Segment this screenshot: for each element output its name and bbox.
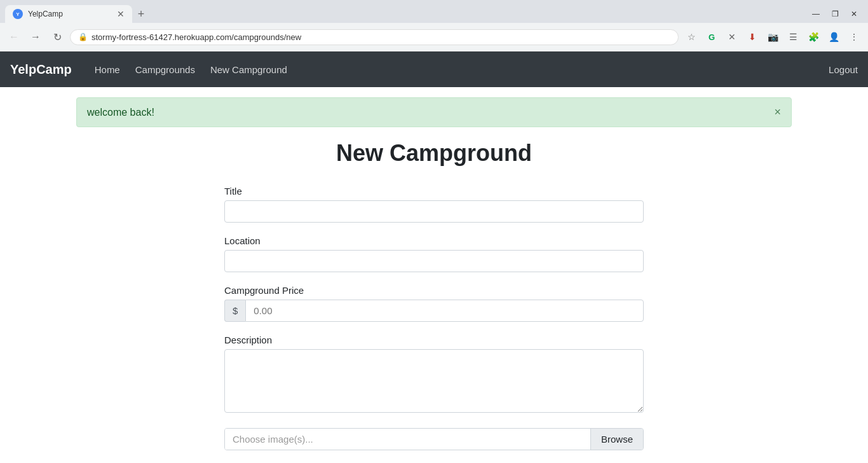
profile-button[interactable]: 👤 xyxy=(825,28,843,46)
url-text: stormy-fortress-61427.herokuapp.com/camp… xyxy=(92,32,670,42)
description-group: Description xyxy=(224,335,644,415)
nav-home[interactable]: Home xyxy=(87,59,128,80)
maximize-button[interactable]: ❐ xyxy=(826,5,844,23)
title-group: Title xyxy=(224,186,644,223)
tab-bar: Y YelpCamp ✕ + — ❐ ✕ xyxy=(0,0,868,23)
file-browse-button[interactable]: Browse xyxy=(590,429,643,450)
location-label: Location xyxy=(224,235,644,246)
tab-title: YelpCamp xyxy=(28,10,63,18)
navbar-brand[interactable]: YelpCamp xyxy=(10,62,72,77)
title-input[interactable] xyxy=(224,200,644,223)
tab-close-button[interactable]: ✕ xyxy=(117,9,125,19)
logout-link[interactable]: Logout xyxy=(829,64,858,75)
price-label: Campground Price xyxy=(224,285,644,296)
forward-button[interactable]: → xyxy=(27,28,44,46)
extensions-button[interactable]: 🧩 xyxy=(804,28,822,46)
price-input[interactable] xyxy=(245,300,644,322)
close-button[interactable]: ✕ xyxy=(845,5,863,23)
new-campground-form: Title Location Campground Price $ Descri… xyxy=(224,186,644,463)
download-button[interactable]: ⬇ xyxy=(743,28,761,46)
tab-favicon: Y xyxy=(13,9,23,19)
file-group: Choose image(s)... Browse xyxy=(224,428,644,450)
price-group: Campground Price $ xyxy=(224,285,644,322)
sidebar-button[interactable]: ☰ xyxy=(784,28,802,46)
address-bar[interactable]: 🔒 stormy-fortress-61427.herokuapp.com/ca… xyxy=(70,29,679,45)
nav-campgrounds[interactable]: Campgrounds xyxy=(128,59,203,80)
bookmark-button[interactable]: ☆ xyxy=(682,28,700,46)
camera-button[interactable]: 📷 xyxy=(764,28,782,46)
navbar-links: Home Campgrounds New Campground xyxy=(87,59,829,80)
new-tab-button[interactable]: + xyxy=(132,5,150,23)
description-label: Description xyxy=(224,335,644,345)
location-input[interactable] xyxy=(224,250,644,272)
file-placeholder-text: Choose image(s)... xyxy=(225,429,590,450)
window-controls: — ❐ ✕ xyxy=(807,5,863,23)
extension-button-1[interactable]: ✕ xyxy=(723,28,741,46)
back-button[interactable]: ← xyxy=(5,28,23,46)
alert-message: welcome back! xyxy=(87,107,154,118)
menu-button[interactable]: ⋮ xyxy=(845,28,863,46)
browser-controls: ← → ↻ 🔒 stormy-fortress-61427.herokuapp.… xyxy=(0,23,868,51)
reload-button[interactable]: ↻ xyxy=(48,28,66,46)
browser-chrome: Y YelpCamp ✕ + — ❐ ✕ ← → ↻ 🔒 stormy-fort… xyxy=(0,0,868,52)
minimize-button[interactable]: — xyxy=(807,5,825,23)
page-title: New Campground xyxy=(224,140,644,167)
lock-icon: 🔒 xyxy=(78,32,88,41)
description-input[interactable] xyxy=(224,349,644,413)
main-content: New Campground Title Location Campground… xyxy=(212,140,656,463)
browser-actions: ☆ G ✕ ⬇ 📷 ☰ 🧩 👤 ⋮ xyxy=(682,28,863,46)
active-tab[interactable]: Y YelpCamp ✕ xyxy=(5,5,132,23)
grammarly-button[interactable]: G xyxy=(703,28,721,46)
navbar: YelpCamp Home Campgrounds New Campground… xyxy=(0,52,868,87)
alert-close-button[interactable]: × xyxy=(774,106,781,119)
price-prefix: $ xyxy=(224,300,245,322)
price-input-group: $ xyxy=(224,300,644,322)
nav-new-campground[interactable]: New Campground xyxy=(203,59,295,80)
file-input-wrapper: Choose image(s)... Browse xyxy=(224,428,644,450)
title-label: Title xyxy=(224,186,644,197)
location-group: Location xyxy=(224,235,644,272)
welcome-alert: welcome back! × xyxy=(76,97,792,127)
